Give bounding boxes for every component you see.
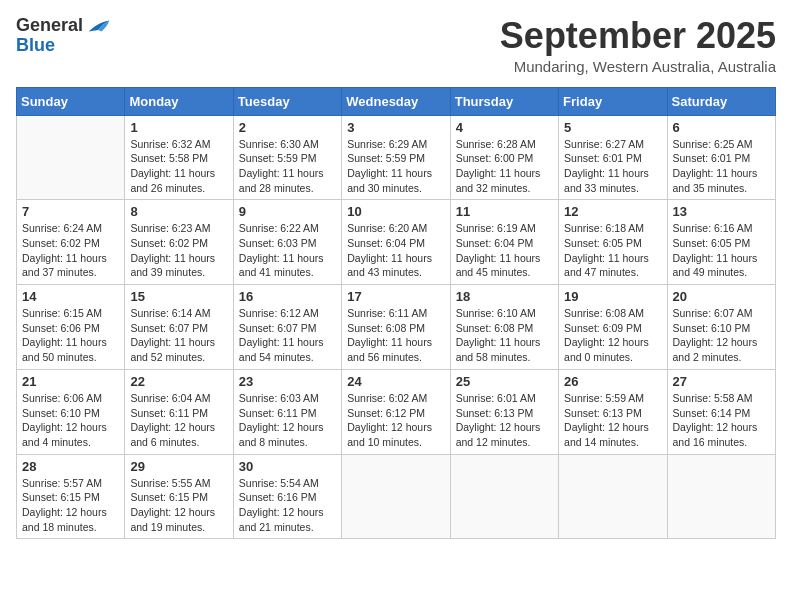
day-info: Sunrise: 6:14 AMSunset: 6:07 PMDaylight:… bbox=[130, 306, 227, 365]
calendar-cell: 20Sunrise: 6:07 AMSunset: 6:10 PMDayligh… bbox=[667, 285, 775, 370]
calendar-cell: 21Sunrise: 6:06 AMSunset: 6:10 PMDayligh… bbox=[17, 369, 125, 454]
day-number: 15 bbox=[130, 289, 227, 304]
calendar-cell: 14Sunrise: 6:15 AMSunset: 6:06 PMDayligh… bbox=[17, 285, 125, 370]
calendar-cell: 7Sunrise: 6:24 AMSunset: 6:02 PMDaylight… bbox=[17, 200, 125, 285]
calendar-cell: 25Sunrise: 6:01 AMSunset: 6:13 PMDayligh… bbox=[450, 369, 558, 454]
calendar-week-row: 14Sunrise: 6:15 AMSunset: 6:06 PMDayligh… bbox=[17, 285, 776, 370]
calendar-cell bbox=[342, 454, 450, 539]
day-number: 7 bbox=[22, 204, 119, 219]
header-tuesday: Tuesday bbox=[233, 87, 341, 115]
calendar-cell: 2Sunrise: 6:30 AMSunset: 5:59 PMDaylight… bbox=[233, 115, 341, 200]
day-info: Sunrise: 6:29 AMSunset: 5:59 PMDaylight:… bbox=[347, 137, 444, 196]
day-number: 14 bbox=[22, 289, 119, 304]
calendar-cell bbox=[559, 454, 667, 539]
calendar-cell: 19Sunrise: 6:08 AMSunset: 6:09 PMDayligh… bbox=[559, 285, 667, 370]
logo-blue: Blue bbox=[16, 36, 55, 56]
day-info: Sunrise: 5:59 AMSunset: 6:13 PMDaylight:… bbox=[564, 391, 661, 450]
day-info: Sunrise: 6:03 AMSunset: 6:11 PMDaylight:… bbox=[239, 391, 336, 450]
day-info: Sunrise: 6:22 AMSunset: 6:03 PMDaylight:… bbox=[239, 221, 336, 280]
day-number: 27 bbox=[673, 374, 770, 389]
calendar-cell: 4Sunrise: 6:28 AMSunset: 6:00 PMDaylight… bbox=[450, 115, 558, 200]
day-info: Sunrise: 6:30 AMSunset: 5:59 PMDaylight:… bbox=[239, 137, 336, 196]
calendar-cell: 29Sunrise: 5:55 AMSunset: 6:15 PMDayligh… bbox=[125, 454, 233, 539]
calendar-cell: 26Sunrise: 5:59 AMSunset: 6:13 PMDayligh… bbox=[559, 369, 667, 454]
calendar-week-row: 28Sunrise: 5:57 AMSunset: 6:15 PMDayligh… bbox=[17, 454, 776, 539]
calendar-cell: 18Sunrise: 6:10 AMSunset: 6:08 PMDayligh… bbox=[450, 285, 558, 370]
day-number: 9 bbox=[239, 204, 336, 219]
calendar-cell: 24Sunrise: 6:02 AMSunset: 6:12 PMDayligh… bbox=[342, 369, 450, 454]
day-number: 28 bbox=[22, 459, 119, 474]
calendar-week-row: 1Sunrise: 6:32 AMSunset: 5:58 PMDaylight… bbox=[17, 115, 776, 200]
day-number: 18 bbox=[456, 289, 553, 304]
day-number: 1 bbox=[130, 120, 227, 135]
calendar-table: SundayMondayTuesdayWednesdayThursdayFrid… bbox=[16, 87, 776, 540]
header-sunday: Sunday bbox=[17, 87, 125, 115]
day-info: Sunrise: 6:10 AMSunset: 6:08 PMDaylight:… bbox=[456, 306, 553, 365]
day-info: Sunrise: 6:11 AMSunset: 6:08 PMDaylight:… bbox=[347, 306, 444, 365]
day-info: Sunrise: 6:12 AMSunset: 6:07 PMDaylight:… bbox=[239, 306, 336, 365]
day-number: 4 bbox=[456, 120, 553, 135]
calendar-cell: 3Sunrise: 6:29 AMSunset: 5:59 PMDaylight… bbox=[342, 115, 450, 200]
header-monday: Monday bbox=[125, 87, 233, 115]
header-saturday: Saturday bbox=[667, 87, 775, 115]
day-number: 8 bbox=[130, 204, 227, 219]
day-number: 20 bbox=[673, 289, 770, 304]
calendar-header-row: SundayMondayTuesdayWednesdayThursdayFrid… bbox=[17, 87, 776, 115]
day-info: Sunrise: 6:28 AMSunset: 6:00 PMDaylight:… bbox=[456, 137, 553, 196]
day-number: 26 bbox=[564, 374, 661, 389]
calendar-cell: 8Sunrise: 6:23 AMSunset: 6:02 PMDaylight… bbox=[125, 200, 233, 285]
calendar-cell: 11Sunrise: 6:19 AMSunset: 6:04 PMDayligh… bbox=[450, 200, 558, 285]
calendar-cell: 12Sunrise: 6:18 AMSunset: 6:05 PMDayligh… bbox=[559, 200, 667, 285]
day-info: Sunrise: 6:16 AMSunset: 6:05 PMDaylight:… bbox=[673, 221, 770, 280]
calendar-cell: 5Sunrise: 6:27 AMSunset: 6:01 PMDaylight… bbox=[559, 115, 667, 200]
calendar-cell: 27Sunrise: 5:58 AMSunset: 6:14 PMDayligh… bbox=[667, 369, 775, 454]
calendar-cell: 9Sunrise: 6:22 AMSunset: 6:03 PMDaylight… bbox=[233, 200, 341, 285]
calendar-cell bbox=[450, 454, 558, 539]
day-info: Sunrise: 6:32 AMSunset: 5:58 PMDaylight:… bbox=[130, 137, 227, 196]
header-friday: Friday bbox=[559, 87, 667, 115]
page-header: General Blue September 2025 Mundaring, W… bbox=[16, 16, 776, 75]
day-number: 21 bbox=[22, 374, 119, 389]
logo-bird-icon bbox=[87, 17, 111, 35]
day-number: 29 bbox=[130, 459, 227, 474]
day-number: 6 bbox=[673, 120, 770, 135]
logo-general: General bbox=[16, 16, 83, 36]
calendar-cell: 17Sunrise: 6:11 AMSunset: 6:08 PMDayligh… bbox=[342, 285, 450, 370]
header-thursday: Thursday bbox=[450, 87, 558, 115]
day-number: 12 bbox=[564, 204, 661, 219]
day-number: 10 bbox=[347, 204, 444, 219]
logo: General Blue bbox=[16, 16, 111, 56]
month-title: September 2025 bbox=[500, 16, 776, 56]
day-number: 16 bbox=[239, 289, 336, 304]
calendar-cell: 23Sunrise: 6:03 AMSunset: 6:11 PMDayligh… bbox=[233, 369, 341, 454]
day-number: 13 bbox=[673, 204, 770, 219]
day-info: Sunrise: 6:19 AMSunset: 6:04 PMDaylight:… bbox=[456, 221, 553, 280]
day-number: 5 bbox=[564, 120, 661, 135]
calendar-cell bbox=[667, 454, 775, 539]
calendar-cell: 28Sunrise: 5:57 AMSunset: 6:15 PMDayligh… bbox=[17, 454, 125, 539]
calendar-cell: 30Sunrise: 5:54 AMSunset: 6:16 PMDayligh… bbox=[233, 454, 341, 539]
day-info: Sunrise: 6:18 AMSunset: 6:05 PMDaylight:… bbox=[564, 221, 661, 280]
day-info: Sunrise: 5:54 AMSunset: 6:16 PMDaylight:… bbox=[239, 476, 336, 535]
day-info: Sunrise: 5:57 AMSunset: 6:15 PMDaylight:… bbox=[22, 476, 119, 535]
day-number: 22 bbox=[130, 374, 227, 389]
calendar-cell: 1Sunrise: 6:32 AMSunset: 5:58 PMDaylight… bbox=[125, 115, 233, 200]
title-block: September 2025 Mundaring, Western Austra… bbox=[500, 16, 776, 75]
calendar-cell: 16Sunrise: 6:12 AMSunset: 6:07 PMDayligh… bbox=[233, 285, 341, 370]
day-info: Sunrise: 6:20 AMSunset: 6:04 PMDaylight:… bbox=[347, 221, 444, 280]
day-info: Sunrise: 6:07 AMSunset: 6:10 PMDaylight:… bbox=[673, 306, 770, 365]
calendar-week-row: 21Sunrise: 6:06 AMSunset: 6:10 PMDayligh… bbox=[17, 369, 776, 454]
day-info: Sunrise: 5:55 AMSunset: 6:15 PMDaylight:… bbox=[130, 476, 227, 535]
day-number: 30 bbox=[239, 459, 336, 474]
calendar-cell: 13Sunrise: 6:16 AMSunset: 6:05 PMDayligh… bbox=[667, 200, 775, 285]
day-info: Sunrise: 6:25 AMSunset: 6:01 PMDaylight:… bbox=[673, 137, 770, 196]
day-info: Sunrise: 6:24 AMSunset: 6:02 PMDaylight:… bbox=[22, 221, 119, 280]
calendar-cell: 15Sunrise: 6:14 AMSunset: 6:07 PMDayligh… bbox=[125, 285, 233, 370]
header-wednesday: Wednesday bbox=[342, 87, 450, 115]
day-number: 3 bbox=[347, 120, 444, 135]
day-number: 2 bbox=[239, 120, 336, 135]
day-info: Sunrise: 6:04 AMSunset: 6:11 PMDaylight:… bbox=[130, 391, 227, 450]
calendar-cell: 10Sunrise: 6:20 AMSunset: 6:04 PMDayligh… bbox=[342, 200, 450, 285]
day-info: Sunrise: 6:06 AMSunset: 6:10 PMDaylight:… bbox=[22, 391, 119, 450]
day-number: 17 bbox=[347, 289, 444, 304]
